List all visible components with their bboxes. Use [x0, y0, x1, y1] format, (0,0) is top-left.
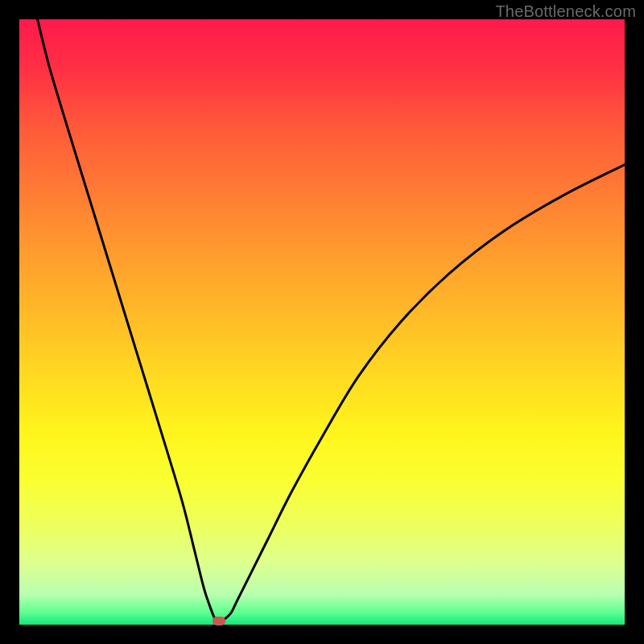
- watermark-text: TheBottleneck.com: [495, 2, 636, 21]
- chart-curve: [19, 19, 625, 625]
- optimal-point-marker: [213, 617, 225, 625]
